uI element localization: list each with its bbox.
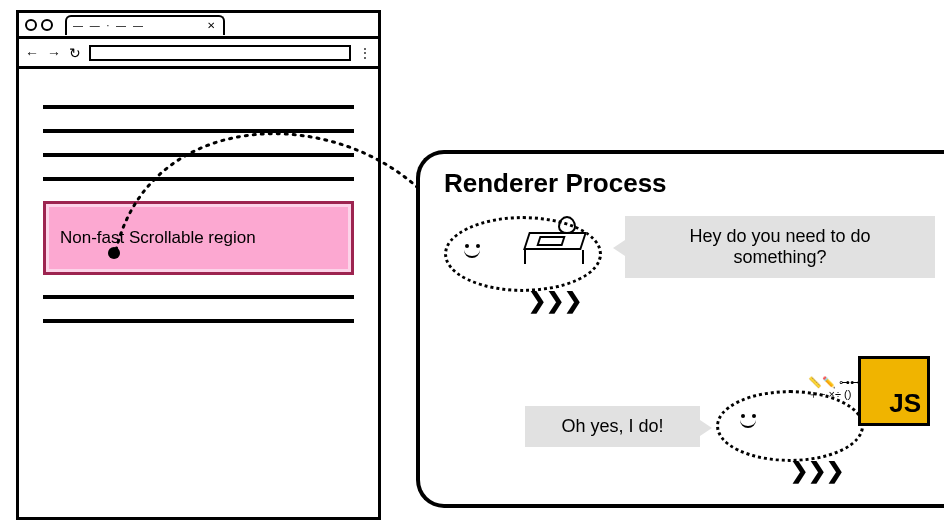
speech-bubble-compositor: Hey do you need to do something? [625, 216, 935, 278]
text-line [43, 105, 354, 109]
browser-tab[interactable]: — — · — — ✕ [65, 15, 225, 35]
speech-bubble-main: Oh yes, I do! [525, 406, 700, 447]
reload-icon[interactable]: ↻ [69, 45, 81, 61]
address-bar[interactable] [89, 45, 351, 61]
text-line [43, 129, 354, 133]
window-control-icon[interactable] [25, 19, 37, 31]
desk-icon [520, 218, 590, 264]
back-icon[interactable]: ← [25, 45, 39, 61]
face-icon [462, 244, 486, 262]
titlebar: — — · — — ✕ [19, 13, 378, 39]
renderer-process-panel: Renderer Process [416, 150, 944, 508]
tab-title: — — · — — [73, 20, 145, 31]
chevron-right-icon: ❯❯❯ [790, 458, 844, 484]
face-icon [738, 414, 762, 432]
close-icon[interactable]: ✕ [207, 20, 217, 31]
browser-window: — — · — — ✕ ← → ↻ ⋮ Non-fast Scrollable … [16, 10, 381, 520]
non-fast-scrollable-region: Non-fast Scrollable region [43, 201, 354, 275]
text-line [43, 153, 354, 157]
text-line [43, 177, 354, 181]
window-control-icon[interactable] [41, 19, 53, 31]
event-origin-dot [108, 247, 120, 259]
bubble-text: Hey do you need to do something? [689, 226, 870, 267]
bubble-text: Oh yes, I do! [561, 416, 663, 436]
panel-title: Renderer Process [444, 168, 934, 199]
toolbar: ← → ↻ ⋮ [19, 39, 378, 69]
text-line [43, 319, 354, 323]
chevron-right-icon: ❯❯❯ [528, 288, 582, 314]
menu-icon[interactable]: ⋮ [359, 46, 372, 60]
javascript-icon: JS [858, 356, 930, 426]
text-line [43, 295, 354, 299]
forward-icon[interactable]: → [47, 45, 61, 61]
nfsr-label: Non-fast Scrollable region [60, 228, 256, 247]
page-content: Non-fast Scrollable region [19, 69, 378, 359]
js-label: JS [889, 388, 921, 419]
